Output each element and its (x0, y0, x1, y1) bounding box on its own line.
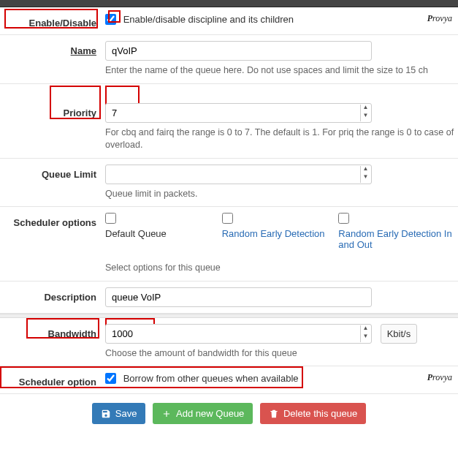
queue-limit-input[interactable] (105, 165, 372, 184)
bw-down[interactable]: ▼ (361, 333, 370, 342)
plus-icon (161, 409, 172, 419)
row-queue-limit: Queue Limit ▲▼ Queue limit in packets. (0, 159, 458, 208)
row-description: Description (0, 282, 458, 314)
qlimit-down[interactable]: ▼ (361, 174, 370, 183)
bandwidth-help: Choose the amount of bandwidth for this … (105, 347, 455, 360)
name-input[interactable] (105, 41, 372, 61)
description-input[interactable] (105, 287, 372, 307)
opt-red-io-label[interactable]: Random Early Detection In and Out (338, 228, 451, 250)
watermark-logo: Provya (427, 13, 452, 24)
trash-icon (269, 409, 279, 419)
top-bar (0, 0, 458, 7)
label-name: Name (71, 45, 96, 56)
queue-limit-help: Queue limit in packets. (105, 188, 455, 201)
enable-checkbox[interactable] (105, 14, 116, 25)
row-scheduler-option: Scheduler option Borrow from other queue… (0, 366, 458, 394)
label-queue-limit: Queue Limit (3, 165, 105, 180)
row-name: Name Enter the name of the queue here. D… (0, 35, 458, 84)
row-bandwidth: Bandwidth ▲▼ Kbit/s Choose the amount of… (0, 318, 458, 367)
enable-text: Enable/disable discipline and its childr… (123, 14, 294, 25)
opt-default-queue-label: Default Queue (105, 228, 167, 239)
opt-red-io[interactable] (338, 213, 349, 224)
row-enable: Enable/Disable Enable/disable discipline… (0, 7, 458, 35)
label-enable: Enable/Disable (3, 13, 105, 29)
opt-red-label[interactable]: Random Early Detection (222, 228, 325, 239)
bandwidth-unit-select[interactable]: Kbit/s (381, 324, 418, 344)
opt-red[interactable] (222, 213, 233, 224)
borrow-text: Borrow from other queues when available (123, 373, 299, 384)
save-icon (101, 409, 111, 419)
button-bar: Save Add new Queue Delete this queue (0, 394, 458, 437)
label-bandwidth: Bandwidth (3, 324, 105, 339)
priority-input[interactable] (105, 103, 372, 123)
delete-queue-button[interactable]: Delete this queue (260, 403, 366, 424)
label-priority: Priority (3, 103, 105, 118)
save-button[interactable]: Save (92, 403, 146, 424)
borrow-checkbox[interactable] (105, 373, 116, 384)
opt-default-queue[interactable] (105, 213, 116, 224)
row-scheduler-options: Scheduler options Default Queue Random E… (0, 207, 458, 282)
priority-down[interactable]: ▼ (361, 113, 370, 121)
priority-help: For cbq and fairq the range is 0 to 7. T… (105, 126, 455, 152)
label-scheduler-options: Scheduler options (3, 213, 105, 228)
scheduler-options-help: Select options for this queue (105, 262, 455, 275)
label-scheduler-option: Scheduler option (3, 372, 105, 388)
add-queue-button[interactable]: Add new Queue (153, 403, 253, 424)
watermark-logo-2: Provya (427, 372, 452, 383)
bandwidth-input[interactable] (105, 324, 372, 344)
row-priority: Priority ▲▼ For cbq and fairq the range … (0, 97, 458, 159)
label-description: Description (3, 287, 105, 303)
name-help: Enter the name of the queue here. Do not… (105, 64, 455, 78)
